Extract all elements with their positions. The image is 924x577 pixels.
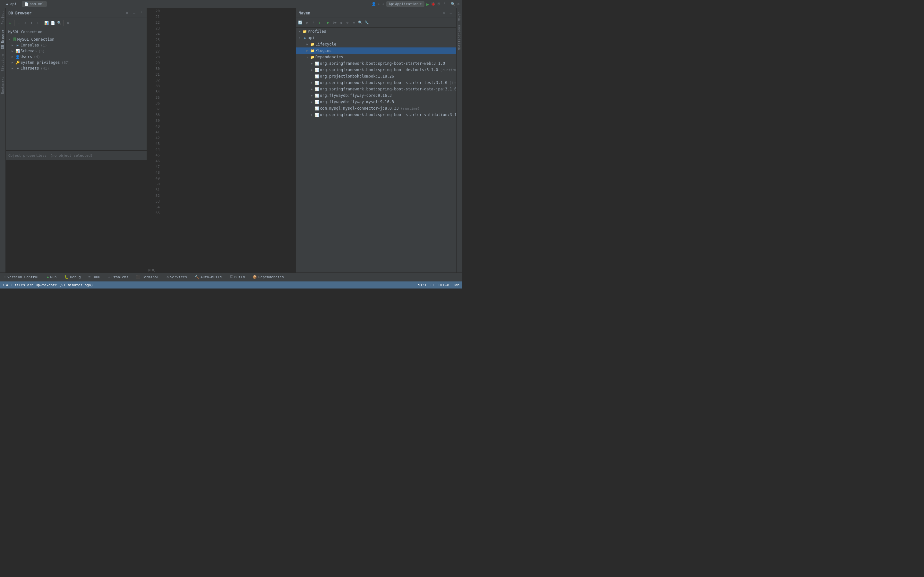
debug-button[interactable]: 🐞 (431, 2, 435, 6)
api-label: api (308, 35, 315, 40)
more-run-button[interactable]: ⋮ (443, 2, 446, 6)
coverage-button[interactable]: ⛨ (437, 2, 441, 6)
project-tab[interactable]: Project (0, 8, 5, 27)
tree-consoles[interactable]: ▶ ▶ Consoles (1) (6, 42, 147, 48)
dep-flyway-mysql[interactable]: ▶ 📊 org.flywaydb:flyway-mysql:9.16.3 (296, 99, 456, 105)
search-button[interactable]: 🔍 (451, 2, 455, 6)
maven-profile-btn[interactable]: ≡ (351, 20, 357, 26)
dep-devtools-icon: 📊 (315, 68, 319, 72)
dep-flyway-core[interactable]: ▶ 📊 org.flywaydb:flyway-core:9.16.3 (296, 92, 456, 99)
dep-mysql-label: com.mysql:mysql-connector-j:8.0.33 (320, 106, 399, 111)
debug-label: Debug (70, 275, 81, 279)
obj-props-label: Object properties: (8, 153, 47, 158)
services-btn[interactable]: ⚙ Services (165, 274, 188, 280)
run-label: Run (50, 275, 57, 279)
auto-build-label: Auto-build (200, 275, 222, 279)
run-btn[interactable]: ▶ Run (45, 274, 58, 280)
maven-plugins[interactable]: ▶ 📁 Plugins (296, 47, 456, 54)
maven-add-btn[interactable]: + (317, 20, 322, 26)
add-connection-btn[interactable]: + (7, 20, 13, 26)
dep-devtools-label: org.springframework.boot:spring-boot-dev… (320, 68, 438, 72)
line-num-40: 40 (150, 124, 162, 129)
tree-charsets[interactable]: ▶ ≡ Charsets (41) (6, 65, 147, 71)
maven-tools-btn[interactable]: 🔧 (364, 20, 370, 26)
line-47: 47 (147, 164, 296, 170)
line-26: 26 (147, 43, 296, 49)
toolbar-forward[interactable]: → (382, 2, 384, 6)
maven-skip-btn[interactable]: ⊘ (344, 20, 351, 26)
vc-label: Version Control (7, 275, 39, 279)
properties-btn[interactable]: ⚙ (65, 20, 71, 26)
dep-devtools[interactable]: ▶ 📊 org.springframework.boot:spring-boot… (296, 67, 456, 73)
tab-api[interactable]: ◆ api (3, 1, 19, 7)
forward-btn[interactable]: → (22, 20, 28, 26)
deps-btn[interactable]: 📦 Dependencies (251, 274, 285, 280)
todo-icon: ≡ (89, 275, 91, 279)
dep-spring-web[interactable]: ▶ 📊 org.springframework.boot:spring-boot… (296, 60, 456, 67)
dep-validation[interactable]: ▶ 📊 org.springframework.boot:spring-boot… (296, 111, 456, 118)
structure-tab[interactable]: Structure (0, 51, 5, 74)
maven-run-config-btn[interactable]: ⚙▶ (332, 20, 338, 26)
dep-lombok[interactable]: 📊 org.projectlombok:lombok:1.18.26 (296, 73, 456, 79)
bottom-toolbar: ↕ Version Control ▶ Run 🐛 Debug ≡ TODO ⚠… (0, 272, 462, 282)
sql-file-btn[interactable]: 📄 (50, 20, 56, 26)
expand-btn[interactable]: ⬇ (35, 20, 41, 26)
maven-vtab[interactable]: Maven (457, 10, 462, 23)
schema-icon-btn[interactable]: 📊 (44, 20, 49, 26)
line-num-54: 54 (150, 205, 162, 210)
line-num-23: 23 (150, 26, 162, 31)
line-num-29: 29 (150, 60, 162, 66)
version-control-btn[interactable]: ↕ Version Control (3, 274, 40, 280)
db-browser-tab[interactable]: DB Browser (0, 27, 5, 51)
terminal-btn[interactable]: ⬛ Terminal (135, 274, 160, 280)
tree-root[interactable]: ▾ 🗄 MySQL Connection (6, 37, 147, 42)
collapse-btn[interactable]: ⬆ (29, 20, 34, 26)
settings-icon[interactable]: ⚙ (457, 2, 459, 6)
maven-refresh-btn[interactable]: 🔄 (297, 20, 303, 26)
line-num-52: 52 (150, 193, 162, 199)
maven-reload-btn[interactable]: ↻ (304, 20, 310, 26)
maven-lifecycle[interactable]: ▶ 📁 Lifecycle (296, 41, 456, 47)
line-25: 25 (147, 37, 296, 43)
maven-toggle-btn[interactable]: ⇅ (338, 20, 344, 26)
indent-indicator[interactable]: Tab (453, 283, 459, 287)
maven-search-btn[interactable]: 🔍 (357, 20, 363, 26)
deps-arrow: ▾ (305, 55, 310, 59)
maven-api[interactable]: ▾ ◆ api (296, 35, 456, 41)
tab-pom[interactable]: 📄 pom.xml (22, 1, 47, 7)
todo-btn[interactable]: ≡ TODO (87, 274, 102, 280)
debug-btn[interactable]: 🐛 Debug (63, 274, 82, 280)
maven-run-btn[interactable]: ▶ (325, 20, 331, 26)
maven-dependencies[interactable]: ▾ 📁 Dependencies (296, 54, 456, 60)
tree-schemas[interactable]: ▶ 📊 Schemas (8) (6, 48, 147, 54)
line-33: 33 (147, 83, 296, 89)
tree-users[interactable]: ▶ 👤 Users (4) (6, 54, 147, 60)
problems-btn[interactable]: ⚠ Problems (107, 274, 130, 280)
build-btn[interactable]: 🏗 Build (228, 274, 246, 280)
maven-profiles[interactable]: ▶ 📁 Profiles (296, 28, 456, 35)
dep-test[interactable]: ▶ 📊 org.springframework.boot:spring-boot… (296, 79, 456, 86)
maven-settings-btn[interactable]: ⚙ (441, 10, 447, 16)
bookmarks-tab[interactable]: Bookmarks (0, 74, 5, 97)
dep-jpa[interactable]: ▶ 📊 org.springframework.boot:spring-boot… (296, 86, 456, 92)
menu-btn[interactable]: ⋮ (138, 10, 144, 16)
auto-build-btn[interactable]: 🔨 Auto-build (194, 274, 223, 280)
notifications-vtab[interactable]: Notifications (457, 23, 462, 52)
settings-btn[interactable]: ⚙ (124, 10, 130, 16)
position-indicator[interactable]: 91:1 (418, 283, 427, 287)
query-btn[interactable]: 🔍 (57, 20, 62, 26)
minimize-btn[interactable]: — (131, 10, 137, 16)
encoding-indicator[interactable]: UTF-8 (439, 283, 449, 287)
toolbar-back[interactable]: ← (378, 2, 380, 6)
maven-download-btn[interactable]: ⬇ (310, 20, 316, 26)
dep-mysql-connector[interactable]: 📊 com.mysql:mysql-connector-j:8.0.33 (ru… (296, 105, 456, 111)
back-btn[interactable]: ← (16, 20, 21, 26)
maven-minimize-btn[interactable]: — (448, 10, 454, 16)
tree-syspriv[interactable]: ▶ 🔑 System privileges (67) (6, 60, 147, 65)
run-config-dropdown[interactable]: ApiApplication ▾ (386, 1, 425, 7)
line-sep-indicator[interactable]: LF (431, 283, 435, 287)
lifecycle-label: Lifecycle (315, 42, 336, 47)
run-button[interactable]: ▶ (426, 2, 429, 7)
line-52: 52 (147, 193, 296, 199)
line-num-42: 42 (150, 135, 162, 141)
